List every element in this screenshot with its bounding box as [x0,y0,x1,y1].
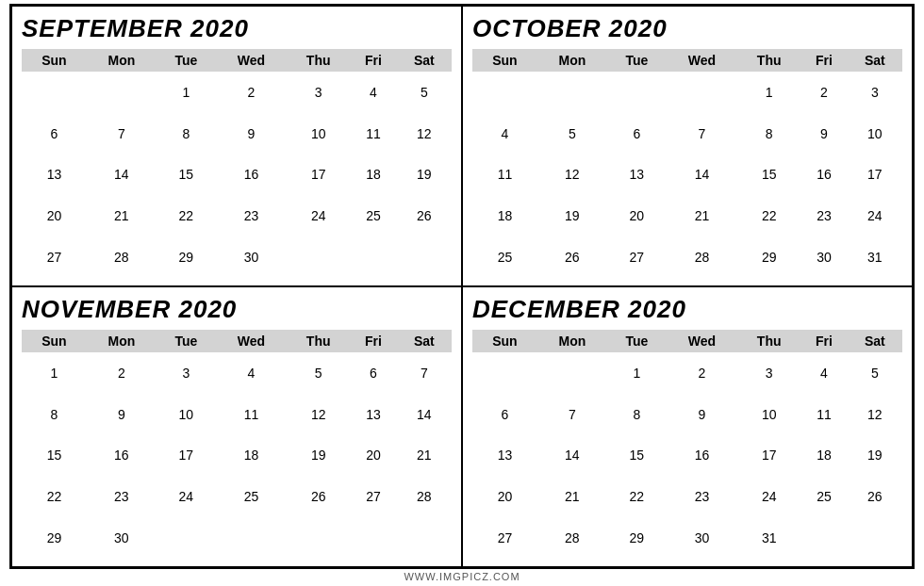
table-cell: 24 [848,195,902,236]
table-cell: 17 [737,435,800,477]
table-row: 45678910 [472,113,902,155]
table-cell: 26 [287,476,350,517]
table-cell: 27 [350,476,396,517]
table-cell: 11 [216,394,287,435]
cal-table-september-2020: SunMonTueWedThuFriSat1234567891011121314… [22,49,452,278]
table-cell: 3 [157,352,216,394]
table-cell [350,517,396,559]
table-cell: 8 [22,394,87,435]
table-cell: 2 [216,72,287,113]
table-cell: 21 [397,435,452,477]
table-cell: 21 [87,195,157,236]
table-cell: 6 [607,113,667,155]
table-cell: 9 [216,113,287,155]
table-cell: 27 [472,517,537,559]
table-cell: 23 [667,476,737,517]
table-cell: 19 [287,435,350,477]
table-cell [397,517,452,559]
table-row: 891011121314 [22,394,452,435]
table-cell: 5 [537,113,607,155]
table-cell: 12 [397,113,452,155]
table-cell: 15 [737,155,800,196]
table-cell: 6 [22,113,87,155]
day-header-Sun: Sun [472,330,537,352]
table-cell: 14 [667,155,737,196]
table-cell: 10 [287,113,350,155]
month-title-november-2020: NOVEMBER 2020 [22,295,452,324]
table-cell [216,517,287,559]
table-cell: 20 [607,195,667,236]
table-cell: 23 [87,476,157,517]
table-cell: 18 [216,435,287,477]
day-header-Mon: Mon [87,49,157,72]
table-cell: 16 [216,155,287,196]
table-cell: 19 [397,155,452,196]
table-cell: 5 [848,352,902,394]
table-cell: 1 [737,72,800,113]
table-cell: 13 [607,155,667,196]
table-cell: 21 [667,195,737,236]
table-cell: 14 [537,435,607,477]
table-row: 15161718192021 [22,435,452,477]
table-cell: 8 [737,113,800,155]
month-block-september-2020: SEPTEMBER 2020SunMonTueWedThuFriSat12345… [11,6,462,286]
calendar-grid: SEPTEMBER 2020SunMonTueWedThuFriSat12345… [9,4,915,569]
table-cell: 3 [737,352,800,394]
table-cell: 23 [800,195,847,236]
footer-text: WWW.IMGPICZ.COM [404,571,520,582]
table-row: 6789101112 [22,113,452,155]
day-header-Thu: Thu [737,49,800,72]
day-header-Thu: Thu [287,330,350,352]
table-cell [537,72,607,113]
table-cell: 31 [737,517,800,559]
day-header-Wed: Wed [216,49,287,72]
table-cell: 26 [848,476,902,517]
day-header-Sat: Sat [848,330,902,352]
table-cell: 17 [848,155,902,196]
day-header-Thu: Thu [287,49,350,72]
table-cell: 12 [537,155,607,196]
table-cell: 3 [287,72,350,113]
table-cell: 22 [22,476,87,517]
table-cell: 29 [607,517,667,559]
table-row: 12345 [22,72,452,113]
day-header-Sun: Sun [22,330,87,352]
table-cell: 12 [287,394,350,435]
table-cell: 9 [667,394,737,435]
table-cell: 5 [397,72,452,113]
day-header-Sat: Sat [848,49,902,72]
table-cell: 29 [22,517,87,559]
table-row: 11121314151617 [472,155,902,196]
table-cell: 13 [350,394,396,435]
table-cell: 11 [800,394,847,435]
table-cell: 13 [472,435,537,477]
day-header-Fri: Fri [800,49,847,72]
table-row: 22232425262728 [22,476,452,517]
table-cell: 24 [157,476,216,517]
table-cell: 7 [537,394,607,435]
table-cell: 2 [667,352,737,394]
day-header-Tue: Tue [607,49,667,72]
table-cell [472,72,537,113]
table-cell: 22 [157,195,216,236]
table-cell [87,72,157,113]
table-cell: 4 [350,72,396,113]
table-cell: 6 [350,352,396,394]
table-cell: 26 [537,236,607,278]
table-cell: 14 [87,155,157,196]
table-cell [667,72,737,113]
day-header-Sat: Sat [397,49,452,72]
table-cell: 10 [157,394,216,435]
day-header-Tue: Tue [607,330,667,352]
table-cell: 15 [22,435,87,477]
day-header-Wed: Wed [216,330,287,352]
table-cell: 23 [216,195,287,236]
table-cell: 2 [87,352,157,394]
table-cell: 11 [472,155,537,196]
day-header-Wed: Wed [667,330,737,352]
table-cell: 6 [472,394,537,435]
month-title-december-2020: DECEMBER 2020 [472,295,902,324]
table-cell: 1 [157,72,216,113]
table-cell: 16 [87,435,157,477]
table-cell: 31 [848,236,902,278]
